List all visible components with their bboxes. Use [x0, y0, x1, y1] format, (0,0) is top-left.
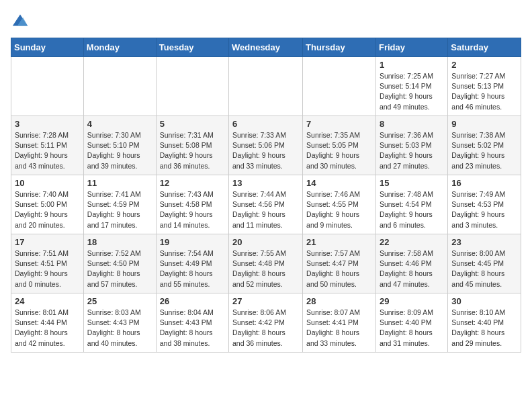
calendar-day-cell: 23Sunrise: 8:00 AMSunset: 4:45 PMDayligh… — [448, 234, 521, 293]
calendar-day-cell: 21Sunrise: 7:57 AMSunset: 4:47 PMDayligh… — [303, 234, 376, 293]
day-info: Sunrise: 8:07 AMSunset: 4:41 PMDaylight:… — [306, 308, 372, 349]
day-info: Sunrise: 7:33 AMSunset: 5:06 PMDaylight:… — [232, 130, 299, 171]
day-number: 10 — [15, 178, 80, 188]
calendar-day-cell: 1Sunrise: 7:25 AMSunset: 5:14 PMDaylight… — [375, 57, 447, 116]
day-number: 12 — [160, 178, 225, 188]
calendar-day-cell: 4Sunrise: 7:30 AMSunset: 5:10 PMDaylight… — [83, 116, 156, 175]
day-number: 20 — [232, 237, 299, 247]
day-info: Sunrise: 7:57 AMSunset: 4:47 PMDaylight:… — [306, 248, 372, 289]
day-info: Sunrise: 7:31 AMSunset: 5:08 PMDaylight:… — [160, 130, 225, 171]
day-info: Sunrise: 7:52 AMSunset: 4:50 PMDaylight:… — [87, 248, 152, 289]
calendar-day-cell: 20Sunrise: 7:55 AMSunset: 4:48 PMDayligh… — [229, 234, 303, 293]
day-number: 30 — [451, 296, 517, 306]
calendar-day-cell: 3Sunrise: 7:28 AMSunset: 5:11 PMDaylight… — [11, 116, 84, 175]
calendar-day-cell: 16Sunrise: 7:49 AMSunset: 4:53 PMDayligh… — [448, 175, 521, 234]
calendar-day-cell: 22Sunrise: 7:58 AMSunset: 4:46 PMDayligh… — [375, 234, 447, 293]
calendar-day-cell: 12Sunrise: 7:43 AMSunset: 4:58 PMDayligh… — [156, 175, 228, 234]
calendar-day-cell: 8Sunrise: 7:36 AMSunset: 5:03 PMDaylight… — [375, 116, 447, 175]
day-number: 22 — [380, 237, 444, 247]
logo-icon — [11, 11, 30, 30]
day-info: Sunrise: 7:48 AMSunset: 4:54 PMDaylight:… — [380, 189, 444, 230]
day-number: 9 — [451, 119, 517, 129]
day-info: Sunrise: 8:01 AMSunset: 4:44 PMDaylight:… — [15, 308, 80, 349]
day-number: 1 — [380, 60, 444, 70]
calendar-day-cell: 30Sunrise: 8:10 AMSunset: 4:40 PMDayligh… — [448, 293, 521, 353]
day-info: Sunrise: 7:40 AMSunset: 5:00 PMDaylight:… — [15, 189, 80, 230]
day-number: 18 — [87, 237, 152, 247]
day-number: 19 — [160, 237, 225, 247]
calendar-day-cell: 28Sunrise: 8:07 AMSunset: 4:41 PMDayligh… — [303, 293, 376, 353]
calendar-empty-cell — [303, 57, 376, 116]
day-number: 23 — [451, 237, 517, 247]
day-info: Sunrise: 7:55 AMSunset: 4:48 PMDaylight:… — [232, 248, 299, 289]
calendar-day-cell: 15Sunrise: 7:48 AMSunset: 4:54 PMDayligh… — [375, 175, 447, 234]
day-info: Sunrise: 7:25 AMSunset: 5:14 PMDaylight:… — [380, 71, 444, 112]
day-number: 3 — [15, 119, 80, 129]
day-number: 6 — [232, 119, 299, 129]
calendar-day-cell: 11Sunrise: 7:41 AMSunset: 4:59 PMDayligh… — [83, 175, 156, 234]
day-info: Sunrise: 7:41 AMSunset: 4:59 PMDaylight:… — [87, 189, 152, 230]
day-number: 2 — [451, 60, 517, 70]
day-number: 13 — [232, 178, 299, 188]
calendar-empty-cell — [229, 57, 303, 116]
day-info: Sunrise: 8:09 AMSunset: 4:40 PMDaylight:… — [380, 308, 444, 349]
day-number: 17 — [15, 237, 80, 247]
day-info: Sunrise: 8:03 AMSunset: 4:43 PMDaylight:… — [87, 308, 152, 349]
day-number: 8 — [380, 119, 444, 129]
day-number: 27 — [232, 296, 299, 306]
calendar-day-cell: 19Sunrise: 7:54 AMSunset: 4:49 PMDayligh… — [156, 234, 228, 293]
day-number: 7 — [306, 119, 372, 129]
calendar-table: SundayMondayTuesdayWednesdayThursdayFrid… — [11, 38, 521, 353]
calendar-empty-cell — [83, 57, 156, 116]
calendar-day-cell: 17Sunrise: 7:51 AMSunset: 4:51 PMDayligh… — [11, 234, 84, 293]
day-number: 21 — [306, 237, 372, 247]
calendar-day-cell: 18Sunrise: 7:52 AMSunset: 4:50 PMDayligh… — [83, 234, 156, 293]
weekday-header-saturday: Saturday — [448, 38, 521, 57]
calendar-day-cell: 27Sunrise: 8:06 AMSunset: 4:42 PMDayligh… — [229, 293, 303, 353]
day-info: Sunrise: 7:28 AMSunset: 5:11 PMDaylight:… — [15, 130, 80, 171]
day-info: Sunrise: 7:46 AMSunset: 4:55 PMDaylight:… — [306, 189, 372, 230]
day-number: 5 — [160, 119, 225, 129]
calendar-day-cell: 13Sunrise: 7:44 AMSunset: 4:56 PMDayligh… — [229, 175, 303, 234]
day-number: 29 — [380, 296, 444, 306]
calendar-day-cell: 24Sunrise: 8:01 AMSunset: 4:44 PMDayligh… — [11, 293, 84, 353]
day-number: 24 — [15, 296, 80, 306]
calendar-week-row: 1Sunrise: 7:25 AMSunset: 5:14 PMDaylight… — [11, 57, 521, 116]
calendar-day-cell: 9Sunrise: 7:38 AMSunset: 5:02 PMDaylight… — [448, 116, 521, 175]
day-number: 4 — [87, 119, 152, 129]
calendar-day-cell: 29Sunrise: 8:09 AMSunset: 4:40 PMDayligh… — [375, 293, 447, 353]
day-number: 26 — [160, 296, 225, 306]
calendar-week-row: 3Sunrise: 7:28 AMSunset: 5:11 PMDaylight… — [11, 116, 521, 175]
day-info: Sunrise: 7:51 AMSunset: 4:51 PMDaylight:… — [15, 248, 80, 289]
calendar-day-cell: 14Sunrise: 7:46 AMSunset: 4:55 PMDayligh… — [303, 175, 376, 234]
day-info: Sunrise: 7:43 AMSunset: 4:58 PMDaylight:… — [160, 189, 225, 230]
day-info: Sunrise: 7:44 AMSunset: 4:56 PMDaylight:… — [232, 189, 299, 230]
day-info: Sunrise: 7:38 AMSunset: 5:02 PMDaylight:… — [451, 130, 517, 171]
day-info: Sunrise: 8:06 AMSunset: 4:42 PMDaylight:… — [232, 308, 299, 349]
logo — [11, 11, 32, 30]
calendar-day-cell: 6Sunrise: 7:33 AMSunset: 5:06 PMDaylight… — [229, 116, 303, 175]
day-number: 15 — [380, 178, 444, 188]
day-number: 16 — [451, 178, 517, 188]
day-number: 25 — [87, 296, 152, 306]
calendar-week-row: 10Sunrise: 7:40 AMSunset: 5:00 PMDayligh… — [11, 175, 521, 234]
day-number: 14 — [306, 178, 372, 188]
weekday-header-thursday: Thursday — [303, 38, 376, 57]
day-info: Sunrise: 8:04 AMSunset: 4:43 PMDaylight:… — [160, 308, 225, 349]
calendar-empty-cell — [156, 57, 228, 116]
day-info: Sunrise: 7:27 AMSunset: 5:13 PMDaylight:… — [451, 71, 517, 112]
page-header — [11, 11, 521, 30]
calendar-day-cell: 7Sunrise: 7:35 AMSunset: 5:05 PMDaylight… — [303, 116, 376, 175]
weekday-header-tuesday: Tuesday — [156, 38, 228, 57]
day-info: Sunrise: 8:10 AMSunset: 4:40 PMDaylight:… — [451, 308, 517, 349]
calendar-day-cell: 10Sunrise: 7:40 AMSunset: 5:00 PMDayligh… — [11, 175, 84, 234]
calendar-day-cell: 26Sunrise: 8:04 AMSunset: 4:43 PMDayligh… — [156, 293, 228, 353]
calendar-week-row: 24Sunrise: 8:01 AMSunset: 4:44 PMDayligh… — [11, 293, 521, 353]
calendar-day-cell: 5Sunrise: 7:31 AMSunset: 5:08 PMDaylight… — [156, 116, 228, 175]
day-info: Sunrise: 8:00 AMSunset: 4:45 PMDaylight:… — [451, 248, 517, 289]
day-info: Sunrise: 7:49 AMSunset: 4:53 PMDaylight:… — [451, 189, 517, 230]
weekday-header-friday: Friday — [375, 38, 447, 57]
day-info: Sunrise: 7:54 AMSunset: 4:49 PMDaylight:… — [160, 248, 225, 289]
day-number: 11 — [87, 178, 152, 188]
day-info: Sunrise: 7:58 AMSunset: 4:46 PMDaylight:… — [380, 248, 444, 289]
